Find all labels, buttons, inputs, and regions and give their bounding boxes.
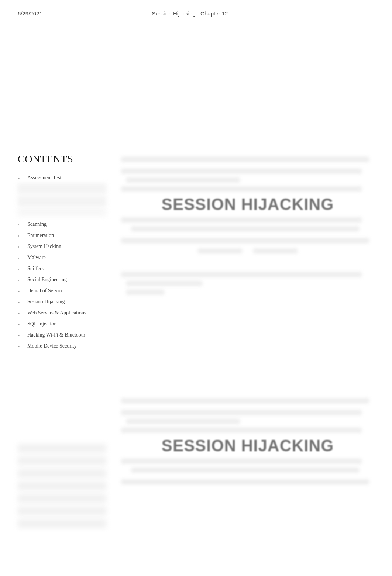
chevron-icon: ▸ [18, 289, 24, 293]
toc-list: ▸ Assessment Test ▸ Scanning ▸ Enumerati… [18, 172, 106, 352]
page-body: CONTENTS ▸ Assessment Test ▸ Scanning ▸ … [0, 153, 392, 532]
toc-label: Web Servers & Applications [27, 310, 86, 316]
blurred-text-line [121, 169, 362, 174]
sidebar-blurred-block [18, 444, 106, 528]
toc-label: Session Hijacking [27, 299, 65, 305]
blurred-text-line [126, 281, 202, 286]
toc-item-social-engineering[interactable]: ▸ Social Engineering [18, 274, 106, 285]
header-date: 6/29/2021 [18, 10, 42, 17]
watermark-title: SESSION HIJACKING [121, 195, 374, 214]
toc-item-blurred [18, 183, 106, 194]
content-block-2: SESSION HIJACKING [121, 398, 374, 484]
blurred-text-line [121, 459, 362, 464]
blurred-placeholder [18, 494, 106, 503]
chevron-icon: ▸ [18, 223, 24, 227]
blurred-placeholder [18, 507, 106, 515]
blurred-placeholder [18, 519, 106, 528]
blurred-text-line [126, 177, 240, 183]
toc-item-wifi-bluetooth[interactable]: ▸ Hacking Wi-Fi & Bluetooth [18, 330, 106, 341]
toc-item-scanning[interactable]: ▸ Scanning [18, 219, 106, 230]
blurred-placeholder [18, 469, 106, 478]
chevron-icon: ▸ [18, 234, 24, 238]
toc-item-web-servers[interactable]: ▸ Web Servers & Applications [18, 307, 106, 318]
content-block-1: SESSION HIJACKING [121, 157, 374, 295]
toc-item-blurred [18, 208, 106, 216]
header-title: Session Hijacking - Chapter 12 [42, 10, 374, 17]
blurred-text-line [121, 428, 362, 433]
toc-label: System Hacking [27, 244, 61, 249]
blurred-text-line [121, 398, 369, 403]
main-content: SESSION HIJACKING SESSION HIJACKING [121, 153, 374, 532]
blurred-text-line [131, 468, 359, 473]
contents-sidebar: CONTENTS ▸ Assessment Test ▸ Scanning ▸ … [18, 153, 106, 532]
blurred-text-line [121, 410, 362, 415]
blurred-text-line [126, 290, 164, 295]
toc-label: Hacking Wi-Fi & Bluetooth [27, 332, 85, 338]
toc-item-assessment[interactable]: ▸ Assessment Test [18, 172, 106, 183]
chevron-icon: ▸ [18, 245, 24, 249]
chevron-icon: ▸ [18, 300, 24, 304]
toc-label: SQL Injection [27, 321, 56, 327]
chevron-icon: ▸ [18, 333, 24, 337]
toc-label: Enumeration [27, 232, 54, 238]
blurred-text-line [253, 248, 298, 253]
blurred-text-line [198, 248, 242, 253]
blurred-text-line [121, 217, 362, 223]
blurred-placeholder [18, 456, 106, 465]
blurred-text-line [121, 272, 362, 277]
toc-item-malware[interactable]: ▸ Malware [18, 252, 106, 263]
toc-item-session-hijacking[interactable]: ▸ Session Hijacking [18, 296, 106, 307]
toc-item-sql-injection[interactable]: ▸ SQL Injection [18, 318, 106, 330]
toc-item-mobile-security[interactable]: ▸ Mobile Device Security [18, 341, 106, 352]
contents-heading: CONTENTS [18, 153, 106, 165]
toc-item-system-hacking[interactable]: ▸ System Hacking [18, 241, 106, 252]
toc-label: Social Engineering [27, 277, 67, 283]
chevron-icon: ▸ [18, 278, 24, 282]
toc-item-enumeration[interactable]: ▸ Enumeration [18, 230, 106, 241]
blurred-placeholder [18, 482, 106, 490]
toc-label: Malware [27, 255, 46, 261]
blurred-text-line [121, 238, 369, 243]
blurred-placeholder [18, 444, 106, 453]
blurred-text-line [131, 226, 359, 231]
chevron-icon: ▸ [18, 176, 24, 180]
blurred-row [121, 248, 374, 253]
blurred-text-line [121, 479, 369, 484]
toc-label: Mobile Device Security [27, 343, 77, 349]
toc-label: Sniffers [27, 266, 44, 272]
chevron-icon: ▸ [18, 322, 24, 326]
blurred-text-line [126, 419, 240, 424]
chevron-icon: ▸ [18, 267, 24, 271]
toc-label: Scanning [27, 221, 47, 227]
chevron-icon: ▸ [18, 344, 24, 348]
toc-label: Denial of Service [27, 288, 63, 294]
watermark-title: SESSION HIJACKING [121, 437, 374, 455]
page-header: 6/29/2021 Session Hijacking - Chapter 12 [0, 0, 392, 17]
toc-item-sniffers[interactable]: ▸ Sniffers [18, 263, 106, 274]
toc-item-blurred [18, 196, 106, 206]
chevron-icon: ▸ [18, 311, 24, 315]
blurred-text-line [121, 186, 362, 192]
chevron-icon: ▸ [18, 256, 24, 260]
toc-item-denial-of-service[interactable]: ▸ Denial of Service [18, 285, 106, 296]
blurred-text-line [121, 157, 369, 162]
toc-label: Assessment Test [27, 175, 61, 181]
